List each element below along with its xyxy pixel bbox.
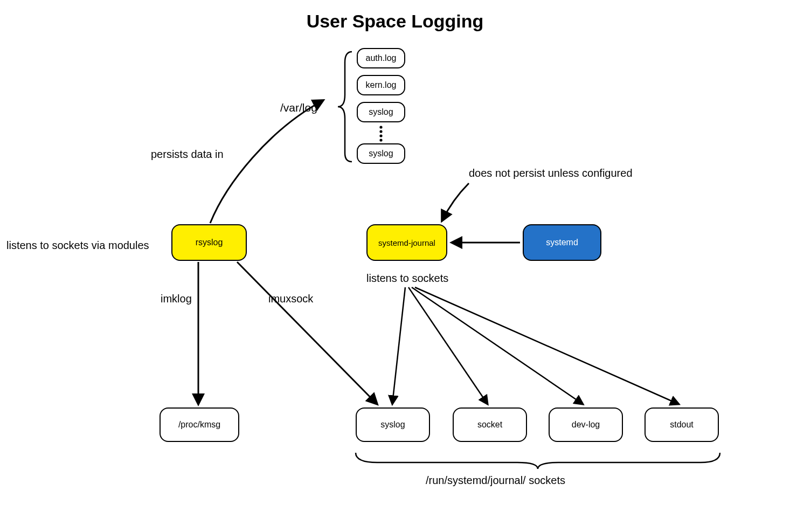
node-systemd: systemd [523,224,601,261]
node-kernlog: kern.log [357,75,405,95]
run-sockets-label: /run/systemd/journal/ sockets [426,474,565,487]
arrow-doesnotpersist [442,183,469,221]
node-rsyslog: rsyslog [171,224,247,261]
node-authlog: auth.log [357,48,405,68]
node-systemd-journal: systemd-journal [366,224,447,261]
diagram-root: User Space Logging /var/log auth.log ker… [0,0,790,532]
node-sock-stdout: stdout [645,407,719,442]
svg-point-0 [380,126,382,128]
arrow-journal-syslog [392,287,405,404]
listens-sockets-label: listens to sockets [366,272,448,285]
arrow-rsyslog-varlog [210,100,323,223]
node-sock-socket: socket [453,407,527,442]
arrow-journal-devlog [412,287,583,404]
listens-modules-label: listens to sockets via modules [6,239,149,252]
diagram-title: User Space Logging [0,11,790,32]
imklog-label: imklog [161,293,192,305]
svg-point-2 [380,135,382,136]
arrow-journal-socket [408,287,488,404]
node-sock-syslog: syslog [356,407,430,442]
doesnotpersist-label: does not persist unless configured [469,167,633,179]
svg-point-1 [380,130,382,132]
imuxsock-label: imuxsock [268,293,313,305]
arrow-imuxsock [237,262,377,404]
node-proc-kmsg: /proc/kmsg [160,407,239,442]
brace-varlog [338,52,352,162]
node-sock-devlog: dev-log [549,407,623,442]
node-syslog2: syslog [357,143,405,164]
brace-run-sockets [356,453,720,469]
ellipsis-dots [380,126,382,141]
node-syslog1: syslog [357,102,405,122]
arrow-journal-stdout [415,287,679,404]
persists-label: persists data in [151,148,224,161]
svg-point-3 [380,139,382,141]
varlog-label: /var/log [280,101,317,114]
